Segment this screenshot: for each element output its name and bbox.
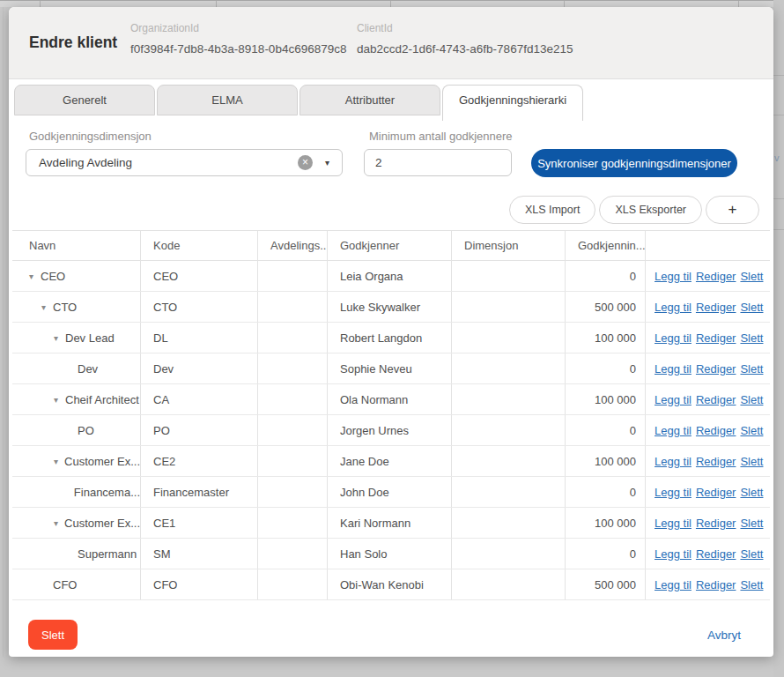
legg-til-link[interactable]: Legg til: [655, 517, 692, 530]
rediger-link[interactable]: Rediger: [696, 455, 736, 468]
xls-import-button[interactable]: XLS Import: [509, 196, 596, 224]
code-cell: Dev: [141, 353, 258, 383]
rediger-link[interactable]: Rediger: [696, 547, 736, 561]
collapse-caret-icon[interactable]: ▾: [54, 457, 64, 466]
organization-id-label: OrganizationId: [130, 22, 346, 34]
clear-selection-icon[interactable]: ×: [298, 155, 313, 170]
legg-til-link[interactable]: Legg til: [655, 301, 692, 314]
department-cell: [258, 415, 328, 445]
department-cell: [258, 292, 328, 322]
row-name: Financema...: [74, 486, 140, 499]
approver-cell: Jorgen Urnes: [328, 415, 452, 445]
actions-cell: Legg tilRedigerSlett: [646, 384, 770, 414]
tab-generelt[interactable]: Generelt: [14, 85, 155, 115]
hierarchy-table: Navn Kode Avdelings... Godkjenner Dimens…: [12, 230, 770, 600]
dimension-cell: [452, 446, 566, 476]
legg-til-link[interactable]: Legg til: [655, 393, 692, 406]
dimension-select[interactable]: Avdeling Avdeling × ▾: [26, 149, 343, 176]
rediger-link[interactable]: Rediger: [696, 362, 736, 376]
slett-link[interactable]: Slett: [740, 331, 763, 345]
table-row: ▾Dev LeadDLRobert Langdon100 000Legg til…: [12, 323, 770, 353]
dimension-cell: [452, 508, 566, 538]
tab-elma[interactable]: ELMA: [157, 85, 298, 115]
rediger-link[interactable]: Rediger: [696, 393, 736, 406]
edit-client-dialog: Endre klient OrganizationId f0f3984f-7db…: [9, 7, 773, 657]
legg-til-link[interactable]: Legg til: [655, 547, 692, 561]
xls-export-button[interactable]: XLS Eksporter: [599, 196, 702, 224]
collapse-caret-icon[interactable]: ▾: [54, 518, 64, 528]
organization-id-group: OrganizationId f0f3984f-7db8-4b3a-8918-0…: [130, 22, 346, 56]
tab-attributter[interactable]: Attributter: [300, 85, 440, 115]
slett-link[interactable]: Slett: [740, 301, 763, 314]
legg-til-link[interactable]: Legg til: [655, 578, 692, 591]
table-row: ▾CTOCTOLuke Skywalker500 000Legg tilRedi…: [12, 292, 770, 323]
legg-til-link[interactable]: Legg til: [655, 455, 692, 468]
legg-til-link[interactable]: Legg til: [655, 424, 692, 437]
rediger-link[interactable]: Rediger: [696, 578, 736, 591]
rediger-link[interactable]: Rediger: [696, 486, 736, 499]
approver-cell: Jane Doe: [328, 446, 452, 476]
table-row: ▾Customer Ex...CE1Kari Normann100 000Leg…: [12, 508, 770, 539]
background-edge-line: [3, 7, 4, 657]
collapse-caret-icon[interactable]: ▾: [54, 395, 65, 405]
collapse-caret-icon[interactable]: ▾: [29, 272, 41, 281]
name-cell: ▾Dev Lead: [12, 323, 141, 353]
delete-button[interactable]: Slett: [28, 620, 78, 650]
background-right-strip: [773, 0, 784, 677]
slett-link[interactable]: Slett: [740, 547, 763, 561]
department-cell: [258, 446, 328, 476]
slett-link[interactable]: Slett: [740, 578, 763, 591]
dimension-select-label: Godkjenningsdimensjon: [29, 130, 152, 143]
table-row: POPOJorgen Urnes0Legg tilRedigerSlett: [12, 415, 770, 446]
rediger-link[interactable]: Rediger: [696, 301, 736, 314]
collapse-caret-icon[interactable]: ▾: [54, 333, 65, 343]
tab-godkjenningshierarki[interactable]: Godkjenningshierarki: [442, 85, 583, 121]
collapse-caret-icon[interactable]: ▾: [41, 302, 53, 312]
slett-link[interactable]: Slett: [740, 393, 763, 406]
slett-link[interactable]: Slett: [740, 424, 763, 437]
legg-til-link[interactable]: Legg til: [655, 331, 692, 345]
amount-cell: 0: [566, 415, 646, 445]
slett-link[interactable]: Slett: [740, 362, 763, 376]
dimension-cell: [452, 384, 566, 414]
row-name: Supermann: [78, 547, 137, 561]
min-approvers-input[interactable]: [364, 149, 512, 176]
rediger-link[interactable]: Rediger: [696, 270, 736, 283]
approver-cell: Kari Normann: [328, 508, 452, 538]
column-header-dimensjon: Dimensjon: [452, 231, 566, 260]
amount-cell: 100 000: [566, 384, 646, 414]
table-body: ▾CEOCEOLeia Organa0Legg tilRedigerSlett▾…: [12, 261, 770, 600]
row-name: CEO: [41, 270, 65, 283]
name-cell: PO: [12, 415, 141, 445]
sync-dimensions-button[interactable]: Synkroniser godkjenningsdimensjoner: [531, 149, 737, 177]
dialog-title: Endre klient: [29, 33, 117, 52]
amount-cell: 0: [566, 261, 646, 291]
amount-cell: 0: [566, 353, 646, 383]
add-row-button[interactable]: +: [706, 196, 759, 224]
approver-cell: Luke Skywalker: [328, 292, 452, 322]
rediger-link[interactable]: Rediger: [696, 424, 736, 437]
slett-link[interactable]: Slett: [740, 455, 763, 468]
cancel-link[interactable]: Avbryt: [707, 629, 741, 642]
rediger-link[interactable]: Rediger: [696, 517, 736, 530]
slett-link[interactable]: Slett: [740, 486, 763, 499]
background-row-divider: [773, 75, 784, 76]
slett-link[interactable]: Slett: [740, 270, 763, 283]
rediger-link[interactable]: Rediger: [696, 331, 736, 345]
approver-cell: Han Solo: [328, 539, 452, 569]
code-cell: CA: [141, 384, 258, 414]
table-row: CFOCFOObi-Wan Kenobi500 000Legg tilRedig…: [12, 569, 770, 600]
actions-cell: Legg tilRedigerSlett: [646, 508, 770, 538]
background-row-divider: [773, 229, 784, 230]
column-header-godkjennin: Godkjennin...: [566, 231, 646, 260]
legg-til-link[interactable]: Legg til: [655, 486, 692, 499]
name-cell: Dev: [12, 353, 141, 383]
amount-cell: 100 000: [566, 446, 646, 476]
slett-link[interactable]: Slett: [740, 517, 763, 530]
table-row: Financema...FinancemasterJohn Doe0Legg t…: [12, 477, 770, 508]
row-name: CTO: [53, 301, 77, 314]
dimension-cell: [452, 539, 566, 569]
legg-til-link[interactable]: Legg til: [655, 270, 692, 283]
legg-til-link[interactable]: Legg til: [655, 362, 692, 376]
chevron-down-icon[interactable]: ▾: [325, 158, 329, 167]
